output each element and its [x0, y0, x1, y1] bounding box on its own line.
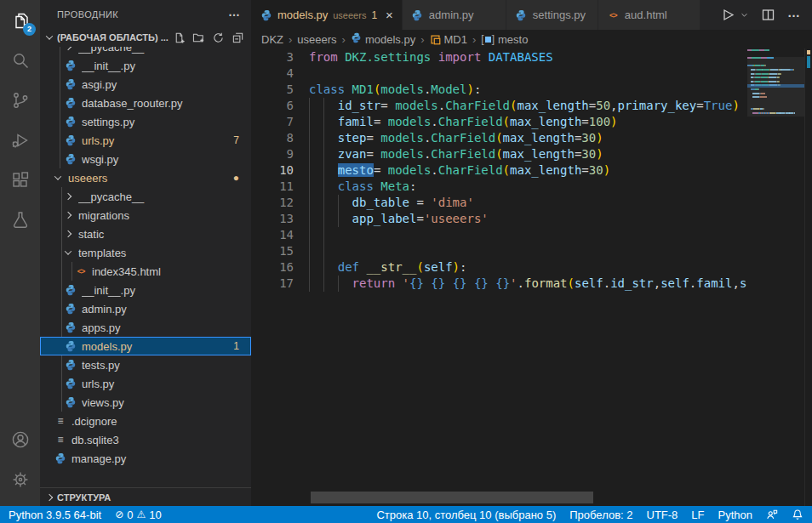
status-language[interactable]: Python: [718, 509, 752, 521]
feedback-icon[interactable]: [766, 509, 778, 520]
error-icon: ⊘: [115, 509, 123, 520]
editor-actions: …: [720, 0, 812, 30]
tree-item-database-roouter-py[interactable]: database_roouter.py: [40, 94, 251, 112]
breadcrumb-separator: ›: [287, 33, 294, 46]
python-icon: [351, 32, 362, 46]
breadcrumb-folder[interactable]: useeers: [297, 33, 336, 46]
tree-item-static[interactable]: static: [40, 225, 251, 243]
chevron-right-icon: [65, 193, 71, 200]
tree-item-urls-py[interactable]: urls.py: [40, 374, 251, 393]
horizontal-scrollbar[interactable]: [311, 492, 593, 503]
outline-section-header[interactable]: СТРУКТУРА: [40, 487, 251, 506]
tree-item-asgi-py[interactable]: asgi.py: [40, 75, 251, 94]
tree-item-migrations[interactable]: migrations: [40, 206, 251, 225]
run-python-file-button[interactable]: [720, 8, 735, 22]
workspace-section-header[interactable]: (РАБОЧАЯ ОБЛАСТЬ) ...: [40, 28, 251, 47]
new-folder-icon[interactable]: [192, 31, 205, 44]
code-line-7: 7 famil= models.CharField(max_length=100…: [251, 114, 747, 130]
warning-icon: ⚠: [136, 509, 146, 520]
file-name: __init__.py: [82, 60, 251, 72]
split-editor-button[interactable]: [761, 8, 775, 22]
tree-item-admin-py[interactable]: admin.py: [40, 299, 251, 318]
bell-icon[interactable]: [792, 509, 803, 520]
tree-item-settings-py[interactable]: settings.py: [40, 112, 251, 131]
more-actions-icon[interactable]: …: [787, 5, 800, 20]
tree-item-tests-py[interactable]: tests.py: [40, 355, 251, 374]
breadcrumb-folder[interactable]: DKZ: [261, 33, 283, 46]
file-name: db.sqlite3: [71, 434, 251, 446]
chevron-down-icon: [46, 32, 53, 39]
tree-item-useeers[interactable]: useeers●: [40, 168, 251, 187]
tree-item--pycache-[interactable]: __pycache__: [40, 187, 251, 206]
tree-item--dcignore[interactable]: ≡.dcignore: [40, 412, 251, 430]
explorer-icon[interactable]: 2: [0, 0, 40, 40]
tree-item-apps-py[interactable]: apps.py: [40, 318, 251, 337]
tree-item--init-py[interactable]: __init__.py: [40, 56, 251, 75]
python-file-icon: [64, 377, 77, 390]
html-icon: <>: [607, 9, 620, 21]
source-control-icon[interactable]: [0, 80, 40, 120]
breadcrumb-symbol[interactable]: [] mesto: [481, 33, 528, 46]
line-number: 13: [251, 211, 294, 227]
python-file-icon: [64, 77, 77, 91]
status-python-version[interactable]: Python 3.9.5 64-bit: [9, 509, 101, 521]
run-debug-icon[interactable]: [0, 120, 40, 160]
line-number: 11: [251, 179, 294, 195]
code-line-6: 6 id_str= models.CharField(max_length=50…: [251, 98, 747, 114]
tree-item-templates[interactable]: templates: [40, 243, 251, 262]
line-number: 12: [251, 195, 294, 211]
search-icon[interactable]: [0, 40, 40, 80]
tab-models-py[interactable]: models.py useeers 1 ×: [251, 0, 403, 30]
activity-bar: 2: [0, 0, 40, 506]
symbol-class-icon: [430, 34, 441, 45]
new-file-icon[interactable]: [173, 31, 186, 44]
status-encoding[interactable]: UTF-8: [647, 509, 678, 521]
tab-description: useeers: [333, 10, 366, 20]
chevron-right-icon: [65, 212, 71, 219]
tree-item-db-sqlite3[interactable]: ≡db.sqlite3: [40, 430, 251, 449]
testing-icon[interactable]: [0, 200, 40, 240]
tree-item-models-py[interactable]: models.py1: [40, 337, 251, 355]
status-indentation[interactable]: Пробелов: 2: [569, 509, 632, 521]
overview-ruler[interactable]: [804, 48, 812, 506]
breadcrumb-separator: ›: [419, 33, 426, 46]
tab-settings-py[interactable]: settings.py: [506, 0, 598, 30]
settings-gear-icon[interactable]: [0, 459, 40, 499]
minimap[interactable]: [747, 49, 804, 506]
outline-section-label: СТРУКТУРА: [57, 492, 111, 503]
run-dropdown-chevron[interactable]: [740, 8, 749, 22]
line-number: 15: [251, 243, 294, 259]
close-icon[interactable]: ×: [386, 9, 393, 21]
collapse-all-icon[interactable]: [232, 31, 244, 44]
breadcrumb-class[interactable]: MD1: [430, 33, 467, 46]
breadcrumb-file[interactable]: models.py: [351, 32, 415, 46]
tab-git-badge: 1: [371, 9, 377, 21]
tab-aud-html[interactable]: <> aud.html: [598, 0, 700, 30]
code-line-3: 3from DKZ.settings import DATABASES: [251, 49, 747, 65]
tree-item-wsgi-py[interactable]: wsgi.py: [40, 150, 251, 168]
status-problems[interactable]: ⊘0 ⚠10: [115, 509, 162, 521]
status-eol[interactable]: LF: [691, 509, 704, 521]
tree-item-manage-py[interactable]: manage.py: [40, 449, 251, 468]
python-icon: [411, 9, 424, 21]
tab-admin-py[interactable]: admin.py: [403, 0, 506, 30]
extensions-icon[interactable]: [0, 160, 40, 200]
tree-item-views-py[interactable]: views.py: [40, 393, 251, 412]
file-name: manage.py: [71, 452, 251, 465]
chevron-right-icon: [65, 230, 71, 237]
python-file-icon: [64, 395, 77, 409]
python-file-icon: [64, 59, 77, 72]
status-cursor-position[interactable]: Строка 10, столбец 10 (выбрано 5): [376, 509, 556, 521]
file-name: views.py: [82, 396, 251, 409]
git-badge: ●: [233, 172, 239, 184]
git-badge: 1: [233, 340, 239, 352]
more-actions-icon[interactable]: …: [228, 5, 241, 19]
python-file-icon: [64, 321, 77, 334]
tree-item--init-py[interactable]: __init__.py: [40, 281, 251, 299]
code-editor[interactable]: 3from DKZ.settings import DATABASES45cla…: [251, 48, 812, 506]
refresh-icon[interactable]: [212, 31, 225, 44]
code-line-10: 10 mesto= models.CharField(max_length=30…: [251, 162, 747, 179]
account-icon[interactable]: [0, 419, 40, 459]
tree-item-urls-py[interactable]: urls.py7: [40, 131, 251, 150]
tree-item-index345-html[interactable]: <>index345.html: [40, 262, 251, 281]
